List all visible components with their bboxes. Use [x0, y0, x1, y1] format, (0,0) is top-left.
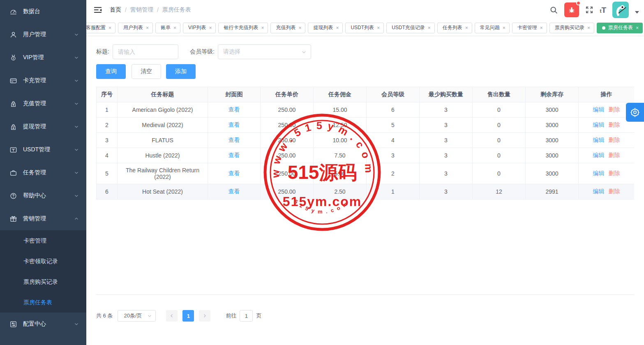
gear-icon [630, 107, 640, 117]
settings-panel-button[interactable] [626, 103, 644, 122]
bug-report-button[interactable] [564, 2, 579, 17]
tab-close-icon[interactable]: × [146, 25, 149, 30]
tab-card-key-mgmt[interactable]: 卡密管理 × [512, 23, 547, 33]
tab-close-icon[interactable]: × [377, 25, 380, 30]
edit-link[interactable]: 编辑 [593, 152, 605, 158]
tab-close-icon[interactable]: × [261, 25, 264, 30]
sidebar-subitem-card-key-records[interactable]: 卡密领取记录 [0, 251, 86, 271]
level-filter-select[interactable]: 请选择 [218, 44, 311, 59]
edit-link[interactable]: 编辑 [593, 188, 605, 194]
tab-bills[interactable]: 账单 × [155, 23, 180, 33]
briefcase-icon [9, 169, 17, 177]
sidebar-item-vip[interactable]: VIP管理 [0, 46, 86, 69]
delete-link[interactable]: 删除 [609, 121, 620, 128]
tab-label: USDT列表 [351, 24, 374, 31]
tab-usdt-recharge-records[interactable]: USDT充值记录 × [386, 23, 435, 33]
sidebar-item-label: 数据台 [23, 8, 40, 15]
tab-label: 充值列表 [276, 24, 295, 31]
tab-usdt-list[interactable]: USDT列表 × [345, 23, 384, 33]
tab-close-icon[interactable]: × [336, 25, 339, 30]
edit-link[interactable]: 编辑 [593, 170, 605, 176]
tab-close-icon[interactable]: × [587, 25, 590, 30]
tab-service-config[interactable]: 客服配置 × [86, 23, 115, 33]
collapse-menu-icon[interactable] [93, 5, 102, 14]
breadcrumb-home[interactable]: 首页 [110, 6, 121, 14]
clear-button[interactable]: 清空 [132, 64, 161, 79]
tab-boxoffice-purchase-records[interactable]: 票房购买记录 × [549, 23, 594, 33]
sidebar-item-card-recharge[interactable]: 卡充管理 [0, 69, 86, 92]
view-cover-link[interactable]: 查看 [229, 188, 240, 194]
tab-close-icon[interactable]: × [173, 25, 176, 30]
next-page-button[interactable] [199, 310, 210, 322]
sidebar-subitem-card-keys[interactable]: 卡密管理 [0, 230, 86, 251]
task-table-container: 序号任务标题封面图任务单价任务佣金会员等级最少购买数量售出数量剩余库存操作 1A… [96, 87, 634, 295]
tab-label: 银行卡充值列表 [224, 24, 258, 31]
cell-sold: 0 [473, 148, 526, 163]
usdt-icon [9, 146, 17, 154]
title-filter-label: 标题: [96, 48, 109, 56]
avatar[interactable] [612, 2, 629, 18]
page-size-select[interactable]: 20条/页 [118, 310, 156, 322]
sidebar-item-config[interactable]: 配置中心 [0, 313, 86, 336]
cell-index: 6 [97, 184, 118, 199]
fullscreen-icon[interactable] [585, 6, 593, 14]
tab-label: 票房任务表 [608, 24, 633, 31]
sidebar-item-help[interactable]: 帮助中心 [0, 184, 86, 207]
sidebar-item-marketing[interactable]: 营销管理 [0, 207, 86, 230]
tab-close-icon[interactable]: × [540, 25, 543, 30]
sidebar-item-tasks[interactable]: 任务管理 [0, 161, 86, 184]
sidebar-subitem-boxoffice-tasks[interactable]: 票房任务表 [0, 292, 86, 313]
prev-page-button[interactable] [166, 310, 178, 322]
tab-close-icon[interactable]: × [209, 25, 212, 30]
sidebar-item-usdt[interactable]: USDT管理 [0, 138, 86, 161]
delete-link[interactable]: 删除 [609, 170, 620, 176]
search-button[interactable]: 查询 [96, 64, 126, 79]
active-dot-icon [602, 26, 605, 30]
tab-faq[interactable]: 常见问题 × [475, 23, 510, 33]
delete-link[interactable]: 删除 [609, 188, 620, 194]
total-count: 共 6 条 [96, 312, 113, 320]
edit-link[interactable]: 编辑 [593, 121, 605, 128]
tab-close-icon[interactable]: × [428, 25, 431, 30]
tab-user-list[interactable]: 用户列表 × [118, 23, 153, 33]
tab-boxoffice-task-table[interactable]: 票房任务表 × [597, 23, 643, 33]
view-cover-link[interactable]: 查看 [229, 106, 240, 113]
tab-close-icon[interactable]: × [298, 25, 301, 30]
tab-task-list[interactable]: 任务列表 × [437, 23, 472, 33]
edit-link[interactable]: 编辑 [593, 106, 605, 113]
cell-min-buy: 3 [420, 148, 473, 163]
sidebar-item-recharge[interactable]: 充值管理 [0, 92, 86, 115]
tab-close-icon[interactable]: × [465, 25, 468, 30]
tab-bank-recharge-list[interactable]: 银行卡充值列表 × [218, 23, 268, 33]
table-header-row: 序号任务标题封面图任务单价任务佣金会员等级最少购买数量售出数量剩余库存操作 [97, 87, 635, 102]
delete-link[interactable]: 删除 [609, 106, 620, 113]
caret-down-icon[interactable] [635, 11, 639, 14]
tab-close-icon[interactable]: × [108, 25, 111, 30]
tab-recharge-list[interactable]: 充值列表 × [270, 23, 305, 33]
chevron-down-icon [74, 78, 79, 83]
tab-close-icon[interactable]: × [636, 25, 639, 30]
sidebar-item-dashboard[interactable]: 数据台 [0, 0, 86, 23]
view-cover-link[interactable]: 查看 [229, 137, 240, 143]
sidebar-item-withdraw[interactable]: 提现管理 [0, 115, 86, 138]
font-size-icon[interactable]: tT [600, 6, 606, 14]
title-filter-input[interactable] [113, 44, 178, 59]
sidebar-subitem-boxoffice-purchases[interactable]: 票房购买记录 [0, 271, 86, 292]
add-button[interactable]: 添加 [166, 64, 196, 79]
page-number-button[interactable]: 1 [182, 310, 194, 322]
delete-link[interactable]: 删除 [609, 137, 620, 143]
search-icon[interactable] [549, 6, 558, 14]
view-cover-link[interactable]: 查看 [229, 121, 240, 128]
main-area: 首页 / 营销管理 / 票房任务表 tT [86, 0, 644, 345]
edit-link[interactable]: 编辑 [593, 137, 605, 143]
goto-page-input[interactable] [240, 310, 253, 322]
view-cover-link[interactable]: 查看 [229, 170, 240, 176]
view-cover-link[interactable]: 查看 [229, 152, 240, 158]
sidebar-item-users[interactable]: 用户管理 [0, 23, 86, 46]
column-header: 任务标题 [118, 87, 208, 102]
tab-vip-list[interactable]: VIP列表 × [183, 23, 216, 33]
tab-withdraw-list[interactable]: 提现列表 × [308, 23, 343, 33]
tab-close-icon[interactable]: × [503, 25, 506, 30]
delete-link[interactable]: 删除 [609, 152, 620, 158]
breadcrumb-item[interactable]: 营销管理 [130, 6, 153, 14]
